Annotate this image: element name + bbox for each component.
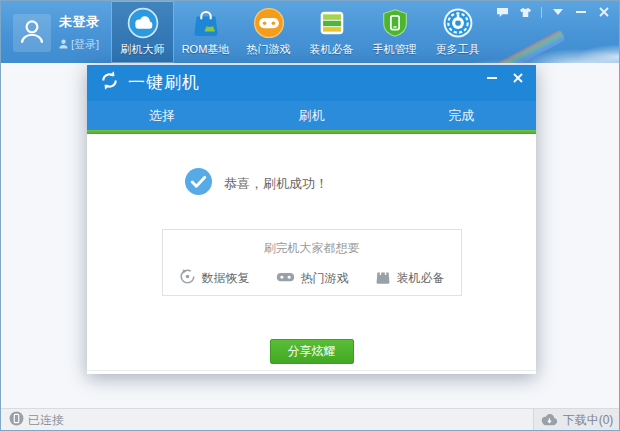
topbar: 未登录 [登录] 刷机大师 ROM基地 — [1, 1, 619, 63]
nav-item-flash-master[interactable]: 刷机大师 — [111, 1, 174, 63]
dialog-minimize-icon[interactable] — [484, 71, 500, 85]
nav-label: 更多工具 — [436, 42, 480, 57]
promo-items: 数据恢复 热门游戏 装机必备 — [163, 268, 461, 289]
statusbar: 已连接 下载中(0) — [1, 408, 619, 431]
avatar[interactable] — [13, 14, 51, 52]
connection-label: 已连接 — [28, 412, 64, 429]
main-nav: 刷机大师 ROM基地 热门游戏 装机必备 — [111, 1, 489, 63]
menu-chevron-down-icon[interactable] — [551, 6, 565, 18]
rainbow-decoration — [498, 29, 565, 63]
download-manager-button[interactable]: 下载中(0) — [533, 409, 619, 431]
dialog-title: 一键刷机 — [128, 71, 200, 94]
dialog-footer-divider — [87, 370, 536, 374]
promo-label: 装机必备 — [397, 270, 445, 287]
controls-separator — [541, 7, 542, 18]
success-message-row: 恭喜，刷机成功！ — [185, 168, 536, 199]
step-select[interactable]: 选择 — [87, 101, 237, 130]
dialog-close-icon[interactable] — [510, 71, 526, 85]
dialog-content: 恭喜，刷机成功！ 刷完机大家都想要 数据恢复 — [87, 134, 536, 374]
main-area: 一键刷机 选择 刷机 完成 — [1, 63, 619, 408]
promo-item-hot-games[interactable]: 热门游戏 — [276, 268, 349, 289]
user-text: 未登录 [登录] — [59, 13, 100, 53]
nav-item-rom-base[interactable]: ROM基地 — [174, 1, 237, 63]
person-icon — [17, 16, 47, 50]
cloud-icon — [127, 7, 159, 39]
nav-item-essential-apps[interactable]: 装机必备 — [300, 1, 363, 63]
dialog-header: 一键刷机 — [87, 65, 536, 101]
login-label: [登录] — [71, 37, 99, 52]
success-check-icon — [185, 168, 212, 199]
phone-connected-icon — [9, 411, 24, 430]
bag-icon — [375, 269, 391, 289]
apps-icon — [316, 7, 348, 39]
user-name: 未登录 — [59, 13, 100, 31]
shield-phone-icon — [379, 7, 411, 39]
close-icon[interactable] — [597, 6, 611, 18]
window-controls — [495, 6, 611, 18]
app-window: 未登录 [登录] 刷机大师 ROM基地 — [0, 0, 620, 431]
feedback-bubble-icon[interactable] — [495, 6, 509, 18]
theme-shirt-icon[interactable] — [518, 6, 532, 18]
share-button[interactable]: 分享炫耀 — [270, 339, 354, 364]
nav-label: ROM基地 — [182, 42, 230, 57]
promo-item-essential-apps[interactable]: 装机必备 — [375, 268, 445, 289]
nav-label: 热门游戏 — [247, 42, 291, 57]
cloud-download-icon — [540, 412, 558, 430]
nav-item-phone-manager[interactable]: 手机管理 — [363, 1, 426, 63]
promo-item-data-recovery[interactable]: 数据恢复 — [179, 268, 250, 289]
promo-title: 刷完机大家都想要 — [163, 240, 461, 257]
nav-item-hot-games[interactable]: 热门游戏 — [237, 1, 300, 63]
nav-label: 刷机大师 — [121, 42, 165, 57]
step-flash[interactable]: 刷机 — [237, 101, 387, 130]
sync-refresh-icon — [99, 70, 120, 95]
restore-icon — [179, 268, 196, 289]
connection-status: 已连接 — [9, 411, 64, 430]
nav-item-more-tools[interactable]: 更多工具 — [426, 1, 489, 63]
login-person-icon — [59, 35, 68, 53]
success-message: 恭喜，刷机成功！ — [224, 175, 328, 193]
minimize-icon[interactable] — [574, 6, 588, 18]
login-link[interactable]: [登录] — [59, 35, 100, 53]
game-icon — [253, 7, 285, 39]
promo-box: 刷完机大家都想要 数据恢复 热门游戏 — [162, 229, 462, 296]
nav-label: 手机管理 — [373, 42, 417, 57]
rom-bag-icon — [190, 7, 222, 39]
promo-label: 数据恢复 — [202, 270, 250, 287]
step-complete[interactable]: 完成 — [386, 101, 536, 130]
nav-label: 装机必备 — [310, 42, 354, 57]
user-area: 未登录 [登录] — [13, 13, 100, 53]
promo-label: 热门游戏 — [301, 270, 349, 287]
gear-wrench-icon — [442, 7, 474, 39]
flash-steps-bar: 选择 刷机 完成 — [87, 101, 536, 130]
one-click-flash-dialog: 一键刷机 选择 刷机 完成 — [87, 65, 536, 374]
download-label: 下载中(0) — [563, 412, 614, 429]
gamepad-icon — [276, 269, 295, 289]
